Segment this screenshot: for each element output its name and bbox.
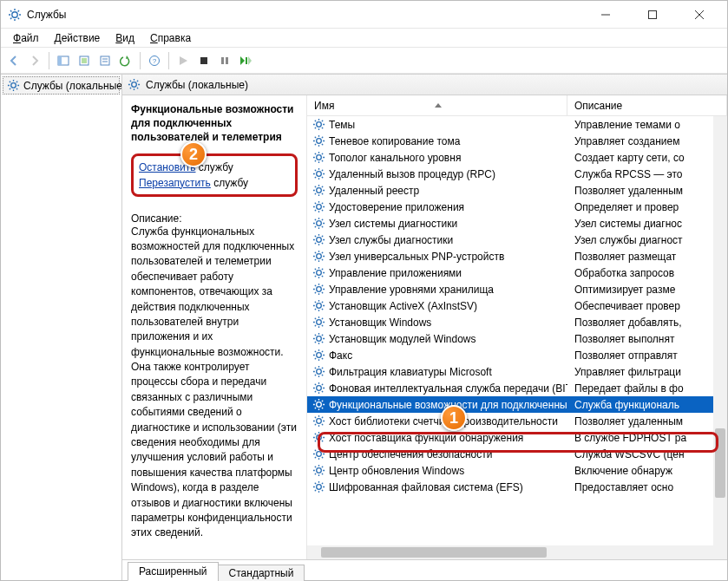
menubar: Файл Действие Вид Справка bbox=[1, 29, 727, 48]
back-button[interactable] bbox=[4, 51, 23, 70]
svg-point-28 bbox=[317, 353, 322, 358]
horizontal-scrollbar[interactable] bbox=[307, 545, 727, 559]
service-row[interactable]: Установщик ActiveX (AxInstSV)Обеспечивае… bbox=[307, 297, 727, 314]
service-row[interactable]: Установщик WindowsПозволяет добавлять, bbox=[307, 314, 727, 330]
service-row[interactable]: Узел универсальных PNP-устройствПозволяе… bbox=[307, 248, 727, 264]
scroll-thumb[interactable] bbox=[715, 428, 725, 498]
service-row[interactable]: Удаленный реестрПозволяет удаленным bbox=[307, 182, 727, 199]
sort-ascending-icon bbox=[435, 103, 442, 108]
service-desc: Оптимизирует разме bbox=[567, 284, 727, 296]
service-desc: В службе FDPHOST ра bbox=[567, 432, 727, 444]
service-row[interactable]: Удостоверение приложенияОпределяет и про… bbox=[307, 199, 727, 215]
service-name: Шифрованная файловая система (EFS) bbox=[329, 481, 523, 493]
svg-point-0 bbox=[12, 11, 17, 16]
column-description[interactable]: Описание bbox=[567, 95, 727, 115]
maximize-button[interactable] bbox=[637, 4, 668, 25]
menu-view[interactable]: Вид bbox=[108, 30, 141, 46]
pane-title: Службы (локальные) bbox=[146, 79, 248, 91]
tab-extended[interactable]: Расширенный bbox=[128, 562, 219, 581]
service-name: Центр обновления Windows bbox=[329, 465, 464, 477]
service-desc: Определяет и провер bbox=[567, 201, 727, 213]
tree-root-node[interactable]: Службы (локальные) bbox=[3, 76, 120, 95]
vertical-scrollbar[interactable] bbox=[713, 116, 727, 545]
service-row[interactable]: ТемыУправление темами о bbox=[307, 116, 727, 133]
svg-rect-10 bbox=[226, 57, 228, 64]
service-name: Установщик ActiveX (AxInstSV) bbox=[329, 300, 477, 312]
refresh-button[interactable] bbox=[116, 51, 135, 70]
service-row[interactable]: Хост библиотеки счетчика производительно… bbox=[307, 413, 727, 429]
service-desc: Позволяет удаленным bbox=[567, 185, 727, 197]
menu-file[interactable]: Файл bbox=[6, 30, 46, 46]
svg-point-18 bbox=[317, 188, 322, 193]
service-name: Узел универсальных PNP-устройств bbox=[329, 251, 504, 263]
service-desc: Служба WSCSVC (цен bbox=[567, 448, 727, 460]
svg-point-32 bbox=[317, 419, 322, 424]
menu-help[interactable]: Справка bbox=[143, 30, 198, 46]
help-button[interactable]: ? bbox=[145, 51, 164, 70]
service-desc: Включение обнаруж bbox=[567, 465, 727, 477]
service-desc: Позволяет добавлять, bbox=[567, 317, 727, 329]
restart-service-button[interactable] bbox=[236, 51, 255, 70]
svg-point-36 bbox=[317, 485, 322, 490]
tree-pane: Службы (локальные) bbox=[1, 75, 122, 580]
svg-rect-11 bbox=[246, 57, 247, 64]
service-row[interactable]: Теневое копирование томаУправляет создан… bbox=[307, 133, 727, 149]
menu-action[interactable]: Действие bbox=[48, 30, 108, 46]
svg-point-12 bbox=[11, 83, 16, 88]
app-icon bbox=[8, 8, 22, 22]
service-name: Управление уровнями хранилища bbox=[329, 284, 494, 296]
service-row[interactable]: ФаксПозволяет отправлят bbox=[307, 347, 727, 363]
show-hide-tree-button[interactable] bbox=[54, 51, 73, 70]
svg-rect-8 bbox=[200, 57, 207, 64]
restart-service-link[interactable]: Перезапустить bbox=[139, 177, 211, 189]
svg-point-16 bbox=[317, 155, 322, 160]
service-name: Теневое копирование тома bbox=[329, 135, 460, 147]
service-name: Фоновая интеллектуальная служба передачи… bbox=[329, 382, 567, 395]
svg-point-13 bbox=[132, 82, 137, 88]
service-row[interactable]: Узел службы диагностикиУзел службы диагн… bbox=[307, 232, 727, 248]
service-desc: Передает файлы в фо bbox=[567, 382, 727, 395]
column-name[interactable]: Имя bbox=[307, 95, 567, 115]
service-row[interactable]: Управление приложениямиОбработка запросо… bbox=[307, 264, 727, 281]
start-service-button[interactable] bbox=[174, 51, 193, 70]
service-row[interactable]: Тополог канального уровняСоздает карту с… bbox=[307, 149, 727, 166]
service-row[interactable]: Удаленный вызов процедур (RPC)Служба RPC… bbox=[307, 166, 727, 182]
action-links-box: Остановить службу Перезапустить службу bbox=[131, 153, 298, 197]
service-row[interactable]: Центр обеспечения безопасностиСлужба WSC… bbox=[307, 446, 727, 462]
stop-service-button[interactable] bbox=[194, 51, 213, 70]
service-row[interactable]: Фоновая интеллектуальная служба передачи… bbox=[307, 380, 727, 396]
service-desc: Обработка запросов bbox=[567, 267, 727, 279]
list-body[interactable]: ТемыУправление темами оТеневое копирован… bbox=[307, 116, 727, 545]
service-row[interactable]: Установщик модулей WindowsПозволяет выпо… bbox=[307, 330, 727, 347]
close-button[interactable] bbox=[684, 4, 715, 25]
annotation-callout-2: 2 bbox=[180, 141, 207, 167]
content-area: Службы (локальные) Службы (локальные) Фу… bbox=[1, 74, 727, 580]
pause-service-button[interactable] bbox=[215, 51, 234, 70]
export-button[interactable] bbox=[75, 51, 94, 70]
svg-point-29 bbox=[317, 369, 322, 375]
svg-point-25 bbox=[317, 304, 322, 309]
service-name: Факс bbox=[329, 349, 352, 362]
forward-button[interactable] bbox=[25, 51, 44, 70]
service-desc: Позволяет удаленным bbox=[567, 415, 727, 428]
service-row[interactable]: Узел системы диагностикиУзел системы диа… bbox=[307, 215, 727, 232]
service-list: Имя Описание ТемыУправление темами оТене… bbox=[306, 95, 727, 559]
service-row[interactable]: Центр обновления WindowsВключение обнару… bbox=[307, 462, 727, 479]
detail-pane: Функциональные возможности для подключен… bbox=[122, 95, 306, 559]
hscroll-thumb[interactable] bbox=[321, 547, 547, 558]
minimize-button[interactable] bbox=[590, 4, 621, 25]
service-row[interactable]: Шифрованная файловая система (EFS)Предос… bbox=[307, 479, 727, 495]
svg-point-21 bbox=[317, 238, 322, 243]
description-text: Служба функциональных возможностей для п… bbox=[131, 225, 298, 541]
properties-button[interactable] bbox=[95, 51, 115, 70]
service-row[interactable]: Фильтрация клавиатуры MicrosoftУправляет… bbox=[307, 363, 727, 380]
service-row[interactable]: Функциональные возможности для подключен… bbox=[307, 396, 727, 413]
service-desc: Служба функциональ bbox=[567, 399, 727, 411]
service-row[interactable]: Управление уровнями хранилищаОптимизируе… bbox=[307, 281, 727, 297]
service-row[interactable]: Хост поставщика функции обнаруженияВ слу… bbox=[307, 429, 727, 446]
service-name: Тополог канального уровня bbox=[329, 152, 461, 164]
view-tabs: Расширенный Стандартный bbox=[122, 559, 727, 580]
tab-standard[interactable]: Стандартный bbox=[218, 565, 305, 581]
service-desc: Управляет фильтраци bbox=[567, 366, 727, 378]
svg-rect-5 bbox=[101, 56, 109, 65]
